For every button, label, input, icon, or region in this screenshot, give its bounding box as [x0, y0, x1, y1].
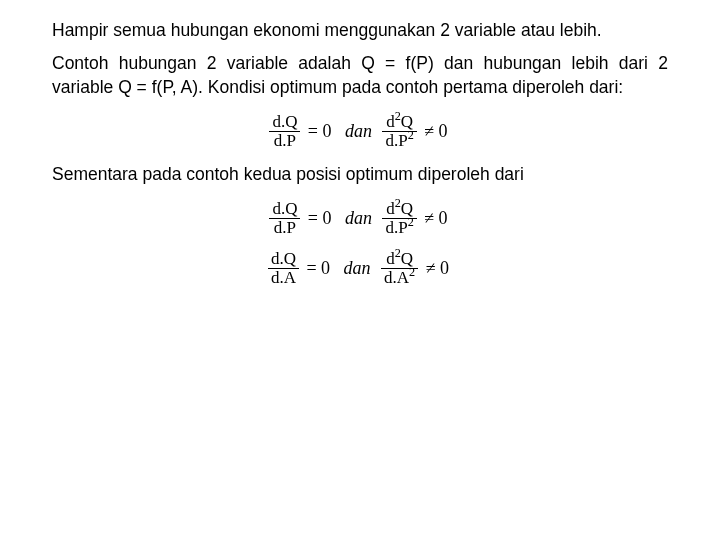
equals-zero: = 0 [305, 121, 335, 141]
equation-2: d.Q d.P = 0 dan d2Q d.P2 ≠ 0 [52, 200, 668, 237]
connector-dan: dan [339, 208, 378, 228]
equation-1: d.Q d.P = 0 dan d2Q d.P2 ≠ 0 [52, 113, 668, 150]
fraction-d2q-da2: d2Q d.A2 [381, 250, 418, 287]
fraction-d2q-dp2: d2Q d.P2 [382, 113, 416, 150]
fraction-d2q-dp2-2: d2Q d.P2 [382, 200, 416, 237]
neq-zero: ≠ 0 [423, 258, 452, 278]
fraction-dq-dp: d.Q d.P [269, 113, 300, 150]
paragraph-2: Contoh hubungan 2 variable adalah Q = f(… [52, 52, 668, 99]
slide-content: Hampir semua hubungan ekonomi menggunaka… [0, 0, 720, 321]
connector-dan: dan [339, 121, 378, 141]
equals-zero: = 0 [305, 208, 335, 228]
equation-3: d.Q d.A = 0 dan d2Q d.A2 ≠ 0 [52, 250, 668, 287]
neq-zero: ≠ 0 [421, 121, 450, 141]
neq-zero: ≠ 0 [421, 208, 450, 228]
equals-zero: = 0 [303, 258, 333, 278]
fraction-dq-dp-2: d.Q d.P [269, 200, 300, 237]
equation-block-2: d.Q d.P = 0 dan d2Q d.P2 ≠ 0 d.Q d.A = 0… [52, 200, 668, 287]
paragraph-3: Sementara pada contoh kedua posisi optim… [52, 164, 668, 186]
equation-block-1: d.Q d.P = 0 dan d2Q d.P2 ≠ 0 [52, 113, 668, 150]
connector-dan: dan [338, 258, 377, 278]
fraction-dq-da: d.Q d.A [268, 250, 299, 287]
paragraph-1: Hampir semua hubungan ekonomi menggunaka… [52, 20, 668, 42]
